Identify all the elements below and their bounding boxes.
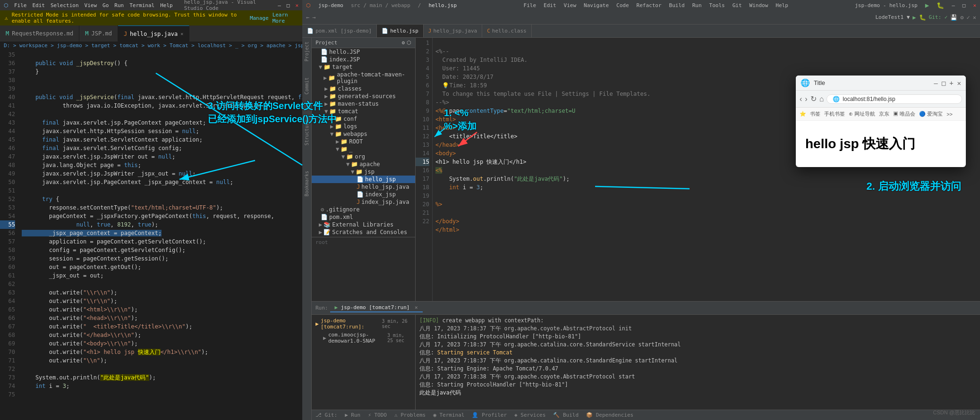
tree-item-index-jsp[interactable]: 📄 index.JSP <box>312 56 415 63</box>
run-status-bar[interactable]: ▶ Run <box>345 412 360 418</box>
minimize-btn[interactable]: — <box>278 2 281 8</box>
menu-navigate-ij[interactable]: Navigate <box>584 2 609 8</box>
nav-home-btn[interactable]: ⌂ <box>819 95 824 103</box>
tree-item-classes[interactable]: ▶ 📁 classes <box>312 85 415 92</box>
menu-edit[interactable]: Edit <box>33 2 45 8</box>
tree-item-index-java[interactable]: J index_jsp.java <box>312 198 415 206</box>
tree-item-org[interactable]: ▼ 📁 org <box>312 153 415 160</box>
tree-item-target[interactable]: ▼ 📁 target <box>312 63 415 71</box>
debug-btn[interactable]: 🐛 <box>937 2 944 9</box>
menu-git-ij[interactable]: Git <box>733 2 742 8</box>
structure-sidebar-label[interactable]: Structure <box>303 118 310 147</box>
browser-url-bar[interactable]: 🌐 localhost:81/hello.jsp <box>827 94 962 104</box>
tree-item-index-jsp2[interactable]: 📄 index_jsp <box>312 191 415 198</box>
todo-status-bar[interactable]: ⚡ TODO <box>368 412 387 418</box>
settings-icon[interactable]: ⚙ <box>960 14 963 21</box>
tab-run-tomcat[interactable]: ▶ jsp-demo [tomcat7:run] ✕ <box>330 303 423 312</box>
tree-item-apache-tomcat[interactable]: ▶ 📁 apache-tomcat-maven-plugin <box>312 71 415 85</box>
menu-window-ij[interactable]: Window <box>750 2 768 8</box>
tree-item-hello-java2[interactable]: J hello_jsp.java <box>312 183 415 191</box>
x-icon[interactable]: ✕ <box>973 14 976 21</box>
tree-item-hello-jsp[interactable]: 📄 hello.JSP <box>312 48 415 56</box>
run-item-war[interactable]: ▶ com.imoocjsp-demowar1.0-SNAP 3 min, 25… <box>312 331 415 345</box>
git-status-bar[interactable]: ⎇ Git: <box>315 412 337 418</box>
manage-link[interactable]: Manage <box>250 15 269 21</box>
menu-help-ij[interactable]: Help <box>775 2 788 8</box>
build-status-bar[interactable]: 🔨 Build <box>553 412 579 418</box>
menu-edit-ij[interactable]: Edit <box>544 2 556 8</box>
menu-terminal[interactable]: Terminal <box>129 2 154 8</box>
tab-close-icon[interactable]: ✕ <box>180 31 183 36</box>
menu-refactor-ij[interactable]: Refactor <box>637 2 662 8</box>
project-sidebar-label[interactable]: Project <box>303 40 310 63</box>
problems-status-bar[interactable]: ⚠ Problems <box>394 412 426 418</box>
tree-item-pom[interactable]: 📄 pom.xml <box>312 213 415 221</box>
check-icon[interactable]: ✓ <box>967 14 970 21</box>
tree-item-hello-jsp-selected[interactable]: 📄 hello_jsp <box>312 176 415 183</box>
ij-max-btn[interactable]: □ <box>963 2 966 8</box>
menu-build-ij[interactable]: Build <box>669 2 685 8</box>
tree-item-maven-status[interactable]: ▶ 📁 maven-status <box>312 100 415 108</box>
terminal-status-bar[interactable]: ◉ Terminal <box>433 412 464 418</box>
tree-item-webapps[interactable]: ▼ 📁 webapps <box>312 130 415 138</box>
menu-help[interactable]: Help <box>160 2 173 8</box>
bookmark-item-5[interactable]: ▣ 唯品会 <box>893 110 915 118</box>
dependencies-status-bar[interactable]: 📦 Dependencies <box>586 412 633 418</box>
maximize-btn[interactable]: □ <box>287 2 290 8</box>
menu-view[interactable]: View <box>85 2 97 8</box>
browser-new-tab-btn[interactable]: + <box>949 79 953 87</box>
tab-hello-jsp-java[interactable]: J hello_jsp.java ✕ <box>118 25 189 42</box>
tree-item-ext-libs[interactable]: ▶ 📚 External Libraries <box>312 221 415 228</box>
run-btn[interactable]: ▶ <box>925 1 929 9</box>
tree-item-logs[interactable]: ▶ 📁 logs <box>312 123 415 130</box>
ij-tab-pom[interactable]: 📄 pom.xml [jsp-demo] <box>302 25 377 37</box>
expand-icon-tree[interactable]: ⬡ <box>407 40 411 46</box>
code-text[interactable]: public void _jspDestroy() { } public voi… <box>19 50 302 420</box>
nav-forward-btn[interactable]: › <box>805 95 807 103</box>
menu-tools-ij[interactable]: Tools <box>709 2 725 8</box>
menu-file[interactable]: File <box>14 2 27 8</box>
code-editor[interactable]: 35363738 39404142 43444546 47484950 5152… <box>0 50 302 420</box>
tree-item-root[interactable]: ▶ 📁 ROOT <box>312 138 415 145</box>
tab-request-response[interactable]: M RequestResponse.md <box>0 25 79 42</box>
ij-tab-hello-jsp[interactable]: 📄 hello.jsp <box>377 25 424 37</box>
ij-tab-hello-class[interactable]: C hello.class <box>482 25 531 37</box>
tree-item-scratches[interactable]: ▶ 📝 Scratches and Consoles <box>312 228 415 236</box>
bookmarks-sidebar-label[interactable]: Bookmarks <box>303 169 310 198</box>
ij-close-btn[interactable]: ✕ <box>973 2 976 8</box>
bookmark-item-6[interactable]: 🔵 爱淘宝 <box>919 110 943 118</box>
browser-maximize-btn[interactable]: □ <box>942 79 946 87</box>
lode-run-btn[interactable]: ▶ <box>912 14 916 21</box>
tree-actions[interactable]: ⚙ ⬡ <box>401 40 411 46</box>
bookmark-item-3[interactable]: ⊕ 网址导航 <box>849 110 875 118</box>
menu-view-ij[interactable]: View <box>564 2 577 8</box>
run-item-main[interactable]: ▶ jsp-demo [tomcat7:run]: 3 min, 26 sec <box>312 317 415 331</box>
more-bookmarks[interactable]: >> <box>946 111 953 117</box>
learn-more-link[interactable]: Learn More <box>273 12 298 24</box>
browser-minimize-btn[interactable]: — <box>934 79 937 87</box>
ij-tab-hello-java[interactable]: J hello_jsp.java <box>424 25 482 37</box>
profiler-status-bar[interactable]: 👤 Profiler <box>472 412 507 418</box>
settings-icon-tree[interactable]: ⚙ <box>401 40 405 46</box>
services-status-bar[interactable]: ◈ Services <box>514 412 545 418</box>
toolbar-back-icon[interactable]: ← <box>306 14 309 21</box>
nav-back-btn[interactable]: ‹ <box>800 95 802 103</box>
nav-refresh-btn[interactable]: ↻ <box>810 94 817 103</box>
menu-run[interactable]: Run <box>114 2 124 8</box>
lode-debug-btn[interactable]: 🐛 <box>919 14 926 21</box>
tree-item-apache[interactable]: ▼ 📁 apache <box>312 160 415 168</box>
menu-code-ij[interactable]: Code <box>616 2 629 8</box>
ij-min-btn[interactable]: — <box>952 2 955 8</box>
menu-file-ij[interactable]: File <box>524 2 537 8</box>
run-tab-close[interactable]: ✕ <box>415 304 418 311</box>
tree-item-underscore[interactable]: ▼ 📁 _ <box>312 145 415 153</box>
bookmark-item-4[interactable]: 京东 <box>879 110 889 118</box>
tree-item-gen-src[interactable]: ▶ 📁 generated-sources <box>312 92 415 100</box>
save-icon[interactable]: 💾 <box>950 14 957 21</box>
tree-item-gitignore[interactable]: ⚙ .gitignore <box>312 206 415 213</box>
menu-selection[interactable]: Selection <box>51 2 79 8</box>
tree-item-jsp[interactable]: ▼ 📁 jsp <box>312 168 415 176</box>
menu-run-ij[interactable]: Run <box>692 2 702 8</box>
commit-sidebar-label[interactable]: Commit <box>303 76 310 96</box>
tree-item-tomcat[interactable]: ▼ 📁 tomcat <box>312 108 415 115</box>
